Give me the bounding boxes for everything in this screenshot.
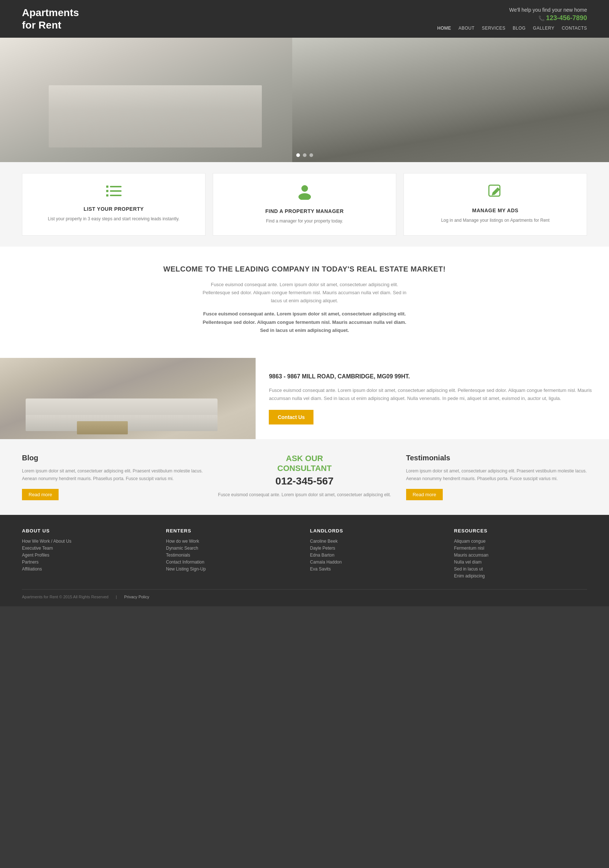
footer-resources-link-4[interactable]: Nulla vel diam bbox=[454, 560, 587, 565]
footer-landlords-link-1[interactable]: Caroline Beek bbox=[310, 539, 443, 544]
footer-landlords-link-2[interactable]: Dayle Peters bbox=[310, 546, 443, 551]
property-image bbox=[0, 358, 256, 440]
svg-rect-5 bbox=[110, 195, 121, 196]
footer-about-link-3[interactable]: Agent Profiles bbox=[22, 553, 155, 558]
svg-rect-0 bbox=[106, 186, 109, 188]
ask-title: ASK OURCONSULTANT bbox=[214, 454, 395, 473]
blog-title: Blog bbox=[22, 454, 203, 462]
prop-table bbox=[77, 421, 128, 434]
svg-point-7 bbox=[298, 193, 311, 200]
footer-renters-link-5[interactable]: New Listing Sign-Up bbox=[166, 566, 299, 572]
testimonials-text: Lorem ipsum dolor sit amet, consectetuer… bbox=[406, 467, 587, 482]
footer-columns: ABOUT US How We Work / About Us Executiv… bbox=[22, 528, 587, 580]
welcome-section: WELCOME TO THE LEADING COMPANY IN TODAY'… bbox=[0, 246, 609, 358]
footer-col-renters: RENTERS How do we Work Dynamic Search Te… bbox=[166, 528, 299, 580]
list-icon bbox=[30, 184, 198, 201]
hero-dots bbox=[296, 153, 313, 157]
hero-image-right bbox=[292, 38, 609, 162]
footer-renters-link-2[interactable]: Dynamic Search bbox=[166, 546, 299, 551]
copyright-text: Apartments for Rent © 2015 All Rights Re… bbox=[22, 595, 109, 599]
footer-landlords-title: LANDLORDS bbox=[310, 528, 443, 533]
nav-blog[interactable]: BLOG bbox=[513, 26, 525, 31]
footer-renters-link-3[interactable]: Testimonials bbox=[166, 553, 299, 558]
footer-renters-link-1[interactable]: How do we Work bbox=[166, 539, 299, 544]
footer-bottom: Apartments for Rent © 2015 All Rights Re… bbox=[22, 589, 587, 599]
svg-rect-3 bbox=[110, 190, 121, 192]
footer-about-link-4[interactable]: Partners bbox=[22, 560, 155, 565]
footer-divider: | bbox=[116, 595, 117, 599]
feature-manager-title: FIND A PROPERTY MANAGER bbox=[221, 208, 388, 214]
property-address: 9863 - 9867 MILL ROAD, CAMBRIDGE, MG09 9… bbox=[269, 372, 596, 381]
main-nav: HOME ABOUT SERVICES BLOG GALLERY CONTACT… bbox=[431, 25, 587, 31]
contact-us-button[interactable]: Contact Us bbox=[269, 410, 314, 425]
hero-dot-2[interactable] bbox=[303, 153, 306, 157]
hero-section bbox=[0, 38, 609, 162]
footer-landlords-link-3[interactable]: Edna Barton bbox=[310, 553, 443, 558]
header: Apartments for Rent We'll help you find … bbox=[0, 0, 609, 38]
feature-list-desc: List your property in 3 easy steps and s… bbox=[30, 215, 198, 222]
feature-list-title: LIST YOUR PROPERTY bbox=[30, 206, 198, 212]
consultant-phone: 012-345-567 bbox=[214, 475, 395, 487]
footer-col-resources: RESOURCES Aliquam congue Fermentum nisl … bbox=[454, 528, 587, 580]
nav-about[interactable]: ABOUT bbox=[458, 26, 475, 31]
footer: ABOUT US How We Work / About Us Executiv… bbox=[0, 515, 609, 606]
footer-landlords-link-5[interactable]: Eva Savits bbox=[310, 566, 443, 572]
bottom-section: Blog Lorem ipsum dolor sit amet, consect… bbox=[0, 439, 609, 515]
footer-about-link-2[interactable]: Executive Team bbox=[22, 546, 155, 551]
property-content: 9863 - 9867 MILL ROAD, CAMBRIDGE, MG09 9… bbox=[256, 358, 609, 440]
footer-about-link-5[interactable]: Affiliations bbox=[22, 566, 155, 572]
footer-landlords-link-4[interactable]: Camala Haddon bbox=[310, 560, 443, 565]
property-desc: Fusce euismod consequat ante. Lorem ipsu… bbox=[269, 386, 596, 403]
footer-resources-link-6[interactable]: Enim adipiscing bbox=[454, 574, 587, 578]
header-right: We'll help you find your new home 123-45… bbox=[431, 7, 587, 31]
edit-icon bbox=[411, 184, 579, 202]
nav-gallery[interactable]: GALLERY bbox=[533, 26, 555, 31]
feature-ads-desc: Log in and Manage your listings on Apart… bbox=[411, 217, 579, 223]
person-icon bbox=[221, 184, 388, 203]
footer-col-landlords: LANDLORDS Caroline Beek Dayle Peters Edn… bbox=[310, 528, 443, 580]
feature-find-manager: FIND A PROPERTY MANAGER Find a manager f… bbox=[213, 173, 396, 236]
blog-text: Lorem ipsum dolor sit amet, consectetuer… bbox=[22, 467, 203, 482]
testimonials-column: Testimonials Lorem ipsum dolor sit amet,… bbox=[406, 454, 587, 500]
footer-about-title: ABOUT US bbox=[22, 528, 155, 533]
nav-services[interactable]: SERVICES bbox=[482, 26, 505, 31]
welcome-para1: Fusce euismod consequat ante. Lorem ipsu… bbox=[199, 281, 411, 305]
footer-renters-title: RENTERS bbox=[166, 528, 299, 533]
logo: Apartments for Rent bbox=[22, 6, 79, 31]
consultant-desc: Fusce euismod consequat ante. Lorem ipsu… bbox=[214, 491, 395, 498]
footer-resources-link-5[interactable]: Sed in lacus ut bbox=[454, 566, 587, 572]
feature-ads-title: MANAGE MY ADS bbox=[411, 208, 579, 213]
footer-resources-title: RESOURCES bbox=[454, 528, 587, 533]
nav-home[interactable]: HOME bbox=[437, 26, 451, 31]
hero-overlay-sofa bbox=[49, 85, 262, 147]
features-section: LIST YOUR PROPERTY List your property in… bbox=[0, 162, 609, 246]
svg-rect-2 bbox=[106, 190, 109, 192]
testimonials-read-more-button[interactable]: Read more bbox=[406, 489, 443, 500]
feature-manager-desc: Find a manager for your property today. bbox=[221, 218, 388, 224]
header-phone: 123-456-7890 bbox=[431, 14, 587, 22]
blog-read-more-button[interactable]: Read more bbox=[22, 489, 59, 500]
footer-about-link-1[interactable]: How We Work / About Us bbox=[22, 539, 155, 544]
feature-list-property: LIST YOUR PROPERTY List your property in… bbox=[22, 173, 205, 236]
nav-contacts[interactable]: CONTACTS bbox=[562, 26, 587, 31]
welcome-para2: Fusce euismod consequat ante. Lorem ipsu… bbox=[199, 310, 411, 334]
privacy-policy-link[interactable]: Privacy Policy bbox=[124, 595, 149, 599]
property-section: 9863 - 9867 MILL ROAD, CAMBRIDGE, MG09 9… bbox=[0, 358, 609, 440]
footer-resources-link-3[interactable]: Mauris accumsan bbox=[454, 553, 587, 558]
blog-column: Blog Lorem ipsum dolor sit amet, consect… bbox=[22, 454, 203, 500]
testimonials-title: Testimonials bbox=[406, 454, 587, 462]
svg-rect-4 bbox=[106, 194, 109, 197]
consultant-column: ASK OURCONSULTANT 012-345-567 Fusce euis… bbox=[214, 454, 395, 500]
footer-resources-link-2[interactable]: Fermentum nisl bbox=[454, 546, 587, 551]
footer-col-about: ABOUT US How We Work / About Us Executiv… bbox=[22, 528, 155, 580]
svg-rect-1 bbox=[110, 186, 121, 188]
hero-dot-1[interactable] bbox=[296, 153, 300, 157]
header-tagline: We'll help you find your new home bbox=[431, 7, 587, 13]
footer-resources-link-1[interactable]: Aliquam congue bbox=[454, 539, 587, 544]
welcome-heading: WELCOME TO THE LEADING COMPANY IN TODAY'… bbox=[29, 265, 580, 273]
footer-renters-link-4[interactable]: Contact Information bbox=[166, 560, 299, 565]
svg-point-6 bbox=[301, 185, 308, 192]
feature-manage-ads: MANAGE MY ADS Log in and Manage your lis… bbox=[404, 173, 587, 236]
hero-dot-3[interactable] bbox=[309, 153, 313, 157]
